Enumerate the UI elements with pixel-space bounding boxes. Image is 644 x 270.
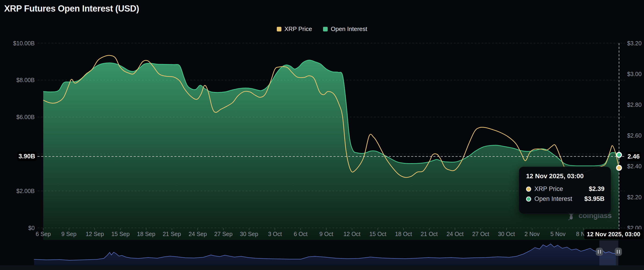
y-axis-label-right: $2.20 xyxy=(627,194,642,201)
x-axis-label: 3 Oct xyxy=(268,231,282,238)
x-axis-label: 6 Sep xyxy=(36,231,51,238)
y-axis-label-right: $3.00 xyxy=(627,70,642,78)
x-axis-label: 12 Oct xyxy=(344,231,360,238)
x-axis-label: 15 Oct xyxy=(369,231,386,238)
y-axis-label-right: $2.80 xyxy=(627,101,642,108)
x-axis-label: 12 Sep xyxy=(86,231,104,238)
x-axis-label: 30 Oct xyxy=(498,231,515,238)
tooltip-row-value: $3.95B xyxy=(584,195,604,202)
x-axis-label: 18 Sep xyxy=(137,231,155,238)
x-axis-label: 9 Sep xyxy=(61,231,76,238)
x-axis-label: 15 Sep xyxy=(111,231,130,238)
x-axis-label: 27 Oct xyxy=(472,231,489,238)
tooltip-row-xrp-price: XRP Price $2.39 xyxy=(526,186,604,192)
price-open-interest-chart[interactable] xyxy=(0,0,644,270)
tooltip-date: 12 Nov 2025, 03:00 xyxy=(526,172,604,180)
x-axis-label: 6 Oct xyxy=(294,231,308,238)
x-axis-current-date-label: 12 Nov 2025, 03:00 xyxy=(584,229,643,239)
current-open-interest-dot xyxy=(617,152,622,158)
x-axis-label: 30 Sep xyxy=(240,231,258,238)
y-axis-label-left: $8.00B xyxy=(0,76,35,84)
x-axis-label: 24 Oct xyxy=(446,231,464,238)
coinglass-chart-page: { "title": "XRP Futures Open Interest (U… xyxy=(0,0,644,270)
navigator-left-handle[interactable] xyxy=(596,248,603,256)
y-axis-label-left: $2.00B xyxy=(0,188,35,194)
xrp-price-dot-icon xyxy=(526,186,531,192)
x-axis-label: 21 Sep xyxy=(162,231,181,238)
x-axis-label: 21 Oct xyxy=(420,231,438,238)
tooltip-row-value: $2.39 xyxy=(589,186,604,192)
y-axis-label-right: $3.20 xyxy=(627,40,642,47)
y-axis-label-right: $2.40 xyxy=(627,163,642,170)
tooltip-row-label: XRP Price xyxy=(534,186,563,192)
y-axis-label-left: $0 xyxy=(0,224,35,232)
x-axis-label: 27 Sep xyxy=(214,231,232,238)
navigator-right-handle[interactable] xyxy=(615,248,622,256)
navigator-area xyxy=(34,244,616,266)
x-axis-label: 5 Nov xyxy=(550,231,566,238)
price-value-badge: 2.46 xyxy=(626,152,641,161)
tooltip: 12 Nov 2025, 03:00 XRP Price $2.39 Open … xyxy=(519,167,611,214)
open-interest-value-badge: 3.90B xyxy=(17,152,36,161)
y-axis-label-right: $2.60 xyxy=(627,132,642,139)
navigator-bottom-strip xyxy=(0,266,644,270)
tooltip-row-label: Open Interest xyxy=(534,195,572,202)
y-axis-label-left: $10.00B xyxy=(0,40,35,47)
x-axis-label: 9 Oct xyxy=(319,231,333,238)
navigator[interactable] xyxy=(0,240,644,270)
x-axis-label: 2 Nov xyxy=(524,231,540,238)
open-interest-dot-icon xyxy=(526,196,531,202)
current-price-dot xyxy=(617,165,622,170)
y-axis-label-left: $6.00B xyxy=(0,114,35,120)
x-axis-label: 18 Oct xyxy=(395,231,412,238)
tooltip-row-open-interest: Open Interest $3.95B xyxy=(526,195,604,202)
x-axis-label: 24 Sep xyxy=(188,231,207,238)
